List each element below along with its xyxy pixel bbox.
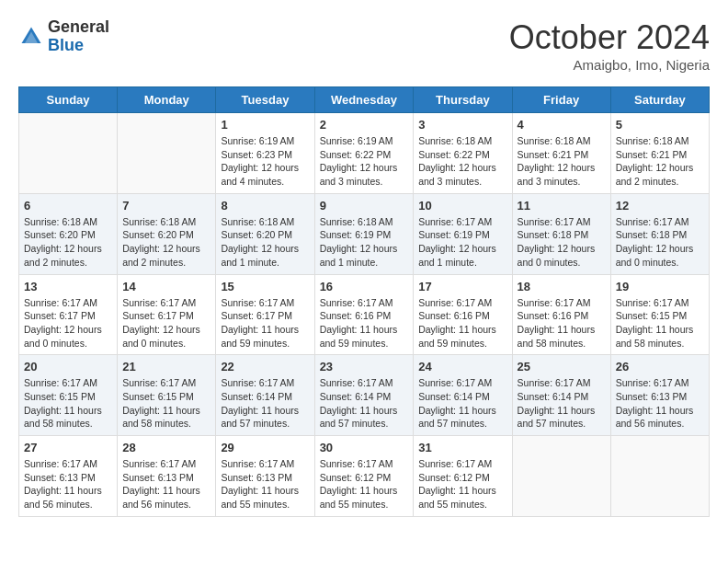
calendar-cell: 11Sunrise: 6:17 AMSunset: 6:18 PMDayligh… [512, 193, 610, 274]
calendar-cell: 18Sunrise: 6:17 AMSunset: 6:16 PMDayligh… [512, 274, 610, 355]
day-number: 30 [320, 441, 409, 454]
weekday-header-row: SundayMondayTuesdayWednesdayThursdayFrid… [19, 87, 710, 113]
day-number: 27 [24, 441, 112, 454]
weekday-header-friday: Friday [512, 87, 610, 113]
logo-icon [18, 24, 44, 50]
day-number: 20 [24, 360, 112, 373]
day-number: 23 [320, 360, 409, 373]
day-number: 14 [122, 280, 210, 293]
day-info: Sunrise: 6:18 AMSunset: 6:22 PMDaylight:… [418, 134, 506, 189]
page-header: General Blue October 2024 Amaigbo, Imo, … [18, 18, 710, 73]
weekday-header-monday: Monday [118, 87, 216, 113]
day-info: Sunrise: 6:19 AMSunset: 6:23 PMDaylight:… [221, 134, 309, 189]
month-title: October 2024 [509, 18, 710, 57]
day-info: Sunrise: 6:18 AMSunset: 6:21 PMDaylight:… [616, 134, 704, 189]
day-number: 19 [616, 280, 704, 293]
day-number: 3 [418, 118, 506, 132]
calendar-cell: 26Sunrise: 6:17 AMSunset: 6:13 PMDayligh… [610, 355, 709, 436]
calendar-table: SundayMondayTuesdayWednesdayThursdayFrid… [18, 86, 710, 517]
calendar-cell: 13Sunrise: 6:17 AMSunset: 6:17 PMDayligh… [19, 274, 118, 355]
calendar-cell: 23Sunrise: 6:17 AMSunset: 6:14 PMDayligh… [314, 355, 414, 436]
day-info: Sunrise: 6:17 AMSunset: 6:12 PMDaylight:… [418, 457, 506, 511]
day-number: 4 [518, 118, 606, 132]
calendar-cell [512, 436, 610, 517]
day-number: 12 [616, 199, 704, 213]
calendar-cell: 19Sunrise: 6:17 AMSunset: 6:15 PMDayligh… [610, 274, 709, 355]
day-number: 1 [221, 118, 309, 132]
calendar-week-row: 6Sunrise: 6:18 AMSunset: 6:20 PMDaylight… [19, 193, 710, 274]
day-info: Sunrise: 6:17 AMSunset: 6:17 PMDaylight:… [24, 296, 112, 350]
day-info: Sunrise: 6:17 AMSunset: 6:14 PMDaylight:… [418, 376, 506, 431]
weekday-header-wednesday: Wednesday [314, 87, 414, 113]
calendar-cell: 5Sunrise: 6:18 AMSunset: 6:21 PMDaylight… [610, 113, 709, 194]
calendar-cell: 17Sunrise: 6:17 AMSunset: 6:16 PMDayligh… [414, 274, 512, 355]
calendar-cell [610, 436, 709, 517]
day-number: 18 [518, 280, 606, 293]
day-info: Sunrise: 6:17 AMSunset: 6:19 PMDaylight:… [418, 215, 506, 270]
calendar-cell [19, 113, 118, 194]
day-number: 7 [122, 199, 210, 213]
calendar-cell: 8Sunrise: 6:18 AMSunset: 6:20 PMDaylight… [216, 193, 314, 274]
calendar-cell: 16Sunrise: 6:17 AMSunset: 6:16 PMDayligh… [314, 274, 414, 355]
calendar-cell: 7Sunrise: 6:18 AMSunset: 6:20 PMDaylight… [118, 193, 216, 274]
calendar-week-row: 1Sunrise: 6:19 AMSunset: 6:23 PMDaylight… [19, 113, 710, 194]
day-number: 6 [24, 199, 112, 213]
calendar-cell: 4Sunrise: 6:18 AMSunset: 6:21 PMDaylight… [512, 113, 610, 194]
calendar-cell: 22Sunrise: 6:17 AMSunset: 6:14 PMDayligh… [216, 355, 314, 436]
day-number: 24 [418, 360, 506, 373]
calendar-cell: 14Sunrise: 6:17 AMSunset: 6:17 PMDayligh… [118, 274, 216, 355]
day-number: 15 [221, 280, 309, 293]
weekday-header-saturday: Saturday [610, 87, 709, 113]
calendar-week-row: 27Sunrise: 6:17 AMSunset: 6:13 PMDayligh… [19, 436, 710, 517]
day-info: Sunrise: 6:17 AMSunset: 6:15 PMDaylight:… [24, 376, 112, 431]
day-number: 26 [616, 360, 704, 373]
day-number: 25 [518, 360, 606, 373]
calendar-cell: 6Sunrise: 6:18 AMSunset: 6:20 PMDaylight… [19, 193, 118, 274]
day-info: Sunrise: 6:18 AMSunset: 6:20 PMDaylight:… [24, 215, 112, 270]
day-info: Sunrise: 6:17 AMSunset: 6:14 PMDaylight:… [221, 376, 309, 431]
day-info: Sunrise: 6:17 AMSunset: 6:18 PMDaylight:… [616, 215, 704, 270]
day-info: Sunrise: 6:17 AMSunset: 6:16 PMDaylight:… [418, 296, 506, 350]
day-info: Sunrise: 6:17 AMSunset: 6:14 PMDaylight:… [518, 376, 606, 431]
day-info: Sunrise: 6:17 AMSunset: 6:16 PMDaylight:… [320, 296, 409, 350]
day-info: Sunrise: 6:17 AMSunset: 6:17 PMDaylight:… [221, 296, 309, 350]
calendar-cell: 9Sunrise: 6:18 AMSunset: 6:19 PMDaylight… [314, 193, 414, 274]
day-number: 22 [221, 360, 309, 373]
day-info: Sunrise: 6:17 AMSunset: 6:18 PMDaylight:… [518, 215, 606, 270]
calendar-cell: 28Sunrise: 6:17 AMSunset: 6:13 PMDayligh… [118, 436, 216, 517]
calendar-cell: 31Sunrise: 6:17 AMSunset: 6:12 PMDayligh… [414, 436, 512, 517]
calendar-cell: 15Sunrise: 6:17 AMSunset: 6:17 PMDayligh… [216, 274, 314, 355]
day-number: 31 [418, 441, 506, 454]
day-info: Sunrise: 6:17 AMSunset: 6:15 PMDaylight:… [616, 296, 704, 350]
day-info: Sunrise: 6:17 AMSunset: 6:13 PMDaylight:… [24, 457, 112, 511]
calendar-cell: 2Sunrise: 6:19 AMSunset: 6:22 PMDaylight… [314, 113, 414, 194]
day-number: 28 [122, 441, 210, 454]
day-info: Sunrise: 6:17 AMSunset: 6:16 PMDaylight:… [518, 296, 606, 350]
logo-text-general: General [48, 17, 109, 36]
day-info: Sunrise: 6:18 AMSunset: 6:20 PMDaylight:… [221, 215, 309, 270]
day-number: 29 [221, 441, 309, 454]
calendar-cell: 25Sunrise: 6:17 AMSunset: 6:14 PMDayligh… [512, 355, 610, 436]
weekday-header-thursday: Thursday [414, 87, 512, 113]
calendar-cell: 27Sunrise: 6:17 AMSunset: 6:13 PMDayligh… [19, 436, 118, 517]
logo-text-blue: Blue [48, 36, 84, 54]
day-info: Sunrise: 6:19 AMSunset: 6:22 PMDaylight:… [320, 134, 409, 189]
day-number: 16 [320, 280, 409, 293]
calendar-cell: 1Sunrise: 6:19 AMSunset: 6:23 PMDaylight… [216, 113, 314, 194]
calendar-week-row: 20Sunrise: 6:17 AMSunset: 6:15 PMDayligh… [19, 355, 710, 436]
calendar-cell: 3Sunrise: 6:18 AMSunset: 6:22 PMDaylight… [414, 113, 512, 194]
day-number: 9 [320, 199, 409, 213]
day-info: Sunrise: 6:18 AMSunset: 6:20 PMDaylight:… [122, 215, 210, 270]
location-subtitle: Amaigbo, Imo, Nigeria [509, 57, 710, 73]
day-number: 10 [418, 199, 506, 213]
day-info: Sunrise: 6:17 AMSunset: 6:13 PMDaylight:… [122, 457, 210, 511]
calendar-cell: 24Sunrise: 6:17 AMSunset: 6:14 PMDayligh… [414, 355, 512, 436]
calendar-cell: 12Sunrise: 6:17 AMSunset: 6:18 PMDayligh… [610, 193, 709, 274]
day-number: 5 [616, 118, 704, 132]
day-number: 2 [320, 118, 409, 132]
day-info: Sunrise: 6:17 AMSunset: 6:12 PMDaylight:… [320, 457, 409, 511]
calendar-cell: 10Sunrise: 6:17 AMSunset: 6:19 PMDayligh… [414, 193, 512, 274]
day-number: 17 [418, 280, 506, 293]
day-info: Sunrise: 6:17 AMSunset: 6:15 PMDaylight:… [122, 376, 210, 431]
day-number: 8 [221, 199, 309, 213]
